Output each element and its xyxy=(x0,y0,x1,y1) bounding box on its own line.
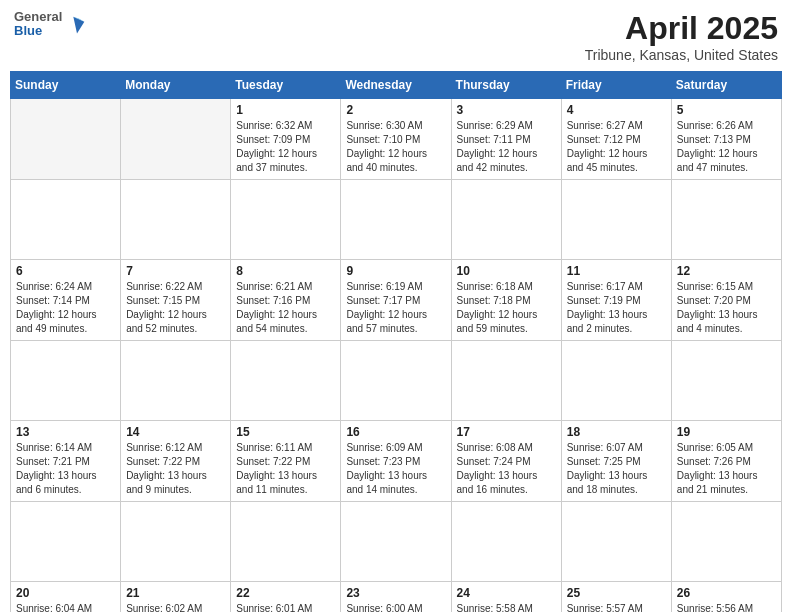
day-info: Sunrise: 6:18 AM Sunset: 7:18 PM Dayligh… xyxy=(457,280,556,336)
calendar-day-cell: 23Sunrise: 6:00 AM Sunset: 7:30 PM Dayli… xyxy=(341,582,451,613)
calendar-day-cell: 7Sunrise: 6:22 AM Sunset: 7:15 PM Daylig… xyxy=(121,260,231,341)
day-info: Sunrise: 6:04 AM Sunset: 7:27 PM Dayligh… xyxy=(16,602,115,612)
day-info: Sunrise: 6:09 AM Sunset: 7:23 PM Dayligh… xyxy=(346,441,445,497)
calendar-day-cell: 9Sunrise: 6:19 AM Sunset: 7:17 PM Daylig… xyxy=(341,260,451,341)
day-info: Sunrise: 6:07 AM Sunset: 7:25 PM Dayligh… xyxy=(567,441,666,497)
day-info: Sunrise: 6:14 AM Sunset: 7:21 PM Dayligh… xyxy=(16,441,115,497)
logo-text: General Blue xyxy=(14,10,62,39)
title-block: April 2025 Tribune, Kansas, United State… xyxy=(585,10,778,63)
day-number: 24 xyxy=(457,586,556,600)
calendar-day-cell: 15Sunrise: 6:11 AM Sunset: 7:22 PM Dayli… xyxy=(231,421,341,502)
calendar-day-cell: 5Sunrise: 6:26 AM Sunset: 7:13 PM Daylig… xyxy=(671,99,781,180)
week-spacer xyxy=(11,502,782,582)
day-info: Sunrise: 6:22 AM Sunset: 7:15 PM Dayligh… xyxy=(126,280,225,336)
calendar-day-cell xyxy=(11,99,121,180)
day-info: Sunrise: 6:19 AM Sunset: 7:17 PM Dayligh… xyxy=(346,280,445,336)
day-info: Sunrise: 5:56 AM Sunset: 7:33 PM Dayligh… xyxy=(677,602,776,612)
calendar-day-cell: 4Sunrise: 6:27 AM Sunset: 7:12 PM Daylig… xyxy=(561,99,671,180)
calendar-week-row: 6Sunrise: 6:24 AM Sunset: 7:14 PM Daylig… xyxy=(11,260,782,341)
calendar-day-cell xyxy=(121,99,231,180)
calendar-day-cell: 1Sunrise: 6:32 AM Sunset: 7:09 PM Daylig… xyxy=(231,99,341,180)
calendar-week-row: 13Sunrise: 6:14 AM Sunset: 7:21 PM Dayli… xyxy=(11,421,782,502)
week-spacer xyxy=(11,180,782,260)
calendar-day-cell: 18Sunrise: 6:07 AM Sunset: 7:25 PM Dayli… xyxy=(561,421,671,502)
day-number: 17 xyxy=(457,425,556,439)
day-info: Sunrise: 6:08 AM Sunset: 7:24 PM Dayligh… xyxy=(457,441,556,497)
day-info: Sunrise: 6:26 AM Sunset: 7:13 PM Dayligh… xyxy=(677,119,776,175)
col-monday: Monday xyxy=(121,72,231,99)
calendar-subtitle: Tribune, Kansas, United States xyxy=(585,47,778,63)
day-number: 6 xyxy=(16,264,115,278)
calendar-day-cell: 8Sunrise: 6:21 AM Sunset: 7:16 PM Daylig… xyxy=(231,260,341,341)
calendar-day-cell: 24Sunrise: 5:58 AM Sunset: 7:31 PM Dayli… xyxy=(451,582,561,613)
day-number: 7 xyxy=(126,264,225,278)
calendar-day-cell: 6Sunrise: 6:24 AM Sunset: 7:14 PM Daylig… xyxy=(11,260,121,341)
calendar-day-cell: 17Sunrise: 6:08 AM Sunset: 7:24 PM Dayli… xyxy=(451,421,561,502)
day-info: Sunrise: 6:21 AM Sunset: 7:16 PM Dayligh… xyxy=(236,280,335,336)
day-number: 12 xyxy=(677,264,776,278)
page-header: General Blue April 2025 Tribune, Kansas,… xyxy=(10,10,782,63)
calendar-day-cell: 10Sunrise: 6:18 AM Sunset: 7:18 PM Dayli… xyxy=(451,260,561,341)
logo-icon xyxy=(66,13,88,35)
day-number: 3 xyxy=(457,103,556,117)
day-number: 1 xyxy=(236,103,335,117)
day-number: 4 xyxy=(567,103,666,117)
calendar-day-cell: 14Sunrise: 6:12 AM Sunset: 7:22 PM Dayli… xyxy=(121,421,231,502)
day-number: 22 xyxy=(236,586,335,600)
day-info: Sunrise: 6:01 AM Sunset: 7:29 PM Dayligh… xyxy=(236,602,335,612)
day-info: Sunrise: 6:32 AM Sunset: 7:09 PM Dayligh… xyxy=(236,119,335,175)
day-number: 18 xyxy=(567,425,666,439)
day-number: 11 xyxy=(567,264,666,278)
day-info: Sunrise: 6:30 AM Sunset: 7:10 PM Dayligh… xyxy=(346,119,445,175)
day-info: Sunrise: 5:57 AM Sunset: 7:32 PM Dayligh… xyxy=(567,602,666,612)
day-info: Sunrise: 6:12 AM Sunset: 7:22 PM Dayligh… xyxy=(126,441,225,497)
calendar-day-cell: 3Sunrise: 6:29 AM Sunset: 7:11 PM Daylig… xyxy=(451,99,561,180)
day-number: 14 xyxy=(126,425,225,439)
calendar-day-cell: 19Sunrise: 6:05 AM Sunset: 7:26 PM Dayli… xyxy=(671,421,781,502)
day-number: 8 xyxy=(236,264,335,278)
day-info: Sunrise: 6:00 AM Sunset: 7:30 PM Dayligh… xyxy=(346,602,445,612)
calendar-day-cell: 25Sunrise: 5:57 AM Sunset: 7:32 PM Dayli… xyxy=(561,582,671,613)
day-number: 21 xyxy=(126,586,225,600)
calendar-day-cell: 20Sunrise: 6:04 AM Sunset: 7:27 PM Dayli… xyxy=(11,582,121,613)
day-info: Sunrise: 6:02 AM Sunset: 7:28 PM Dayligh… xyxy=(126,602,225,612)
day-number: 26 xyxy=(677,586,776,600)
calendar-day-cell: 2Sunrise: 6:30 AM Sunset: 7:10 PM Daylig… xyxy=(341,99,451,180)
calendar-week-row: 20Sunrise: 6:04 AM Sunset: 7:27 PM Dayli… xyxy=(11,582,782,613)
day-info: Sunrise: 6:15 AM Sunset: 7:20 PM Dayligh… xyxy=(677,280,776,336)
day-number: 15 xyxy=(236,425,335,439)
week-spacer xyxy=(11,341,782,421)
calendar-day-cell: 11Sunrise: 6:17 AM Sunset: 7:19 PM Dayli… xyxy=(561,260,671,341)
calendar-day-cell: 12Sunrise: 6:15 AM Sunset: 7:20 PM Dayli… xyxy=(671,260,781,341)
col-thursday: Thursday xyxy=(451,72,561,99)
day-number: 25 xyxy=(567,586,666,600)
day-info: Sunrise: 6:27 AM Sunset: 7:12 PM Dayligh… xyxy=(567,119,666,175)
day-number: 13 xyxy=(16,425,115,439)
day-info: Sunrise: 6:17 AM Sunset: 7:19 PM Dayligh… xyxy=(567,280,666,336)
col-sunday: Sunday xyxy=(11,72,121,99)
day-number: 23 xyxy=(346,586,445,600)
day-number: 16 xyxy=(346,425,445,439)
day-number: 2 xyxy=(346,103,445,117)
day-info: Sunrise: 5:58 AM Sunset: 7:31 PM Dayligh… xyxy=(457,602,556,612)
logo-blue: Blue xyxy=(14,24,62,38)
col-tuesday: Tuesday xyxy=(231,72,341,99)
calendar-table: Sunday Monday Tuesday Wednesday Thursday… xyxy=(10,71,782,612)
calendar-day-cell: 16Sunrise: 6:09 AM Sunset: 7:23 PM Dayli… xyxy=(341,421,451,502)
calendar-day-cell: 26Sunrise: 5:56 AM Sunset: 7:33 PM Dayli… xyxy=(671,582,781,613)
col-wednesday: Wednesday xyxy=(341,72,451,99)
day-number: 20 xyxy=(16,586,115,600)
day-number: 10 xyxy=(457,264,556,278)
day-number: 19 xyxy=(677,425,776,439)
calendar-week-row: 1Sunrise: 6:32 AM Sunset: 7:09 PM Daylig… xyxy=(11,99,782,180)
calendar-day-cell: 13Sunrise: 6:14 AM Sunset: 7:21 PM Dayli… xyxy=(11,421,121,502)
calendar-title: April 2025 xyxy=(585,10,778,47)
col-friday: Friday xyxy=(561,72,671,99)
day-info: Sunrise: 6:24 AM Sunset: 7:14 PM Dayligh… xyxy=(16,280,115,336)
logo: General Blue xyxy=(14,10,88,39)
day-info: Sunrise: 6:11 AM Sunset: 7:22 PM Dayligh… xyxy=(236,441,335,497)
day-info: Sunrise: 6:29 AM Sunset: 7:11 PM Dayligh… xyxy=(457,119,556,175)
day-number: 9 xyxy=(346,264,445,278)
col-saturday: Saturday xyxy=(671,72,781,99)
calendar-day-cell: 21Sunrise: 6:02 AM Sunset: 7:28 PM Dayli… xyxy=(121,582,231,613)
